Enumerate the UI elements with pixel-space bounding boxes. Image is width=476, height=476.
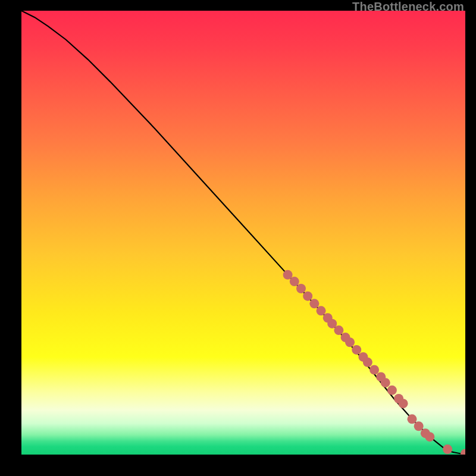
- chart-area: [21, 11, 465, 455]
- sample-marker: [363, 358, 372, 367]
- sample-marker: [425, 432, 434, 441]
- chart-svg: [21, 11, 465, 455]
- sample-marker: [369, 365, 379, 375]
- sample-marker: [290, 277, 299, 286]
- sample-marker: [317, 306, 326, 315]
- marker-group: [283, 270, 465, 455]
- sample-marker: [399, 399, 408, 408]
- sample-marker: [414, 421, 424, 431]
- curve-group: [21, 11, 465, 454]
- sample-marker: [461, 449, 465, 455]
- sample-marker: [296, 284, 306, 293]
- sample-marker: [345, 337, 355, 347]
- bottleneck-curve: [21, 11, 465, 454]
- sample-marker: [381, 378, 390, 387]
- sample-marker: [443, 444, 452, 454]
- sample-marker: [309, 299, 319, 308]
- watermark: TheBottleneck.com: [352, 0, 464, 14]
- sample-marker: [352, 345, 361, 355]
- sample-marker: [387, 386, 397, 395]
- sample-marker: [303, 292, 312, 301]
- sample-marker: [334, 325, 343, 335]
- sample-marker: [407, 414, 416, 424]
